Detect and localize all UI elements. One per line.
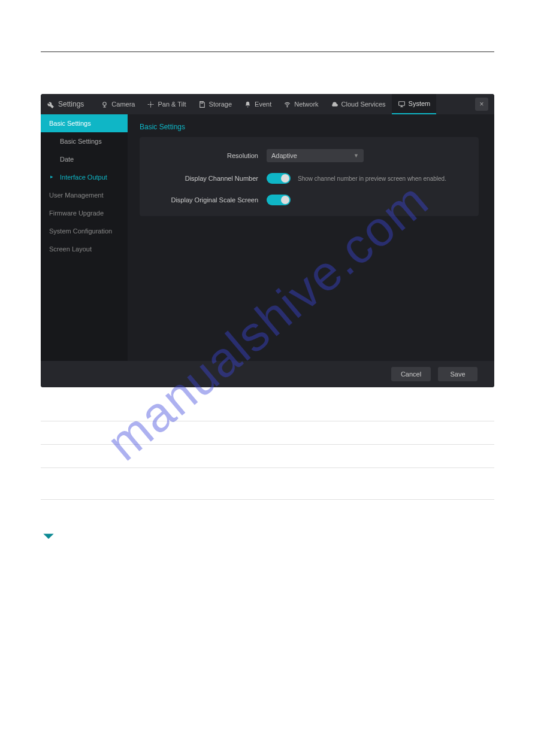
parameter-table-wrap: parameter Description Resolution The VGA… [41, 400, 494, 500]
bell-icon [244, 101, 252, 108]
table-row: Display Original Scale Screen live view … [41, 468, 494, 500]
resolution-select[interactable]: Adaptive ▼ [267, 149, 364, 162]
sidebar-head-basic[interactable]: Basic Settings [41, 114, 128, 132]
storage-icon [198, 101, 206, 108]
sidebar-item-firmware[interactable]: Firmware Upgrade [41, 204, 128, 222]
sidebar-sub-date[interactable]: Date [41, 150, 128, 168]
section-title: User Management [62, 530, 155, 543]
row-resolution: Resolution Adaptive ▼ [154, 149, 464, 162]
row-display-channel: Display Channel Number Show channel numb… [154, 173, 464, 184]
tab-pan-tilt[interactable]: Pan & Tilt [141, 94, 192, 114]
label-doss: Display Original Scale Screen [154, 196, 267, 204]
cell-desc: the channel number will appear on the li… [155, 445, 494, 468]
svg-rect-2 [201, 101, 202, 103]
resolution-value: Adaptive [271, 152, 297, 159]
tab-storage[interactable]: Storage [192, 94, 238, 114]
section-description: Administrator can change its password, a… [41, 552, 494, 576]
close-icon: × [479, 100, 483, 108]
th-description: Description [155, 400, 494, 421]
close-button[interactable]: × [475, 98, 488, 111]
tabs: Camera Pan & Tilt Storage Event Network [95, 94, 436, 114]
dcn-hint: Show channel number in preview screen wh… [298, 175, 446, 182]
chevron-down-icon: ▼ [353, 153, 359, 159]
window-footer: Cancel Save [41, 361, 494, 387]
save-button[interactable]: Save [438, 367, 477, 381]
topbar-title-group: Settings [47, 100, 84, 108]
table-row: Resolution The VGA / HDMI monitor resolu… [41, 421, 494, 445]
tab-event[interactable]: Event [238, 94, 277, 114]
wifi-icon [283, 101, 291, 108]
label-dcn: Display Channel Number [154, 175, 267, 182]
sidebar-item-layout[interactable]: Screen Layout [41, 240, 128, 258]
svg-point-1 [150, 104, 152, 105]
tab-label: Event [255, 101, 271, 108]
tab-label: Camera [111, 101, 135, 108]
window-body: Basic Settings Basic Settings Date Inter… [41, 114, 494, 361]
sidebar-sub-basic[interactable]: Basic Settings [41, 132, 128, 150]
toggle-original-scale[interactable] [267, 195, 291, 205]
pantilt-icon [147, 101, 155, 108]
sidebar-item-user[interactable]: User Management [41, 186, 128, 204]
svg-point-3 [287, 106, 288, 107]
th-parameter: parameter [41, 400, 155, 421]
tab-network[interactable]: Network [277, 94, 324, 114]
sidebar-item-sysconfig[interactable]: System Configuration [41, 222, 128, 240]
cell-param: Display Channel Number [41, 445, 155, 468]
toggle-knob [281, 196, 289, 204]
topbar: Settings Camera Pan & Tilt Storage Even [41, 94, 494, 114]
label-resolution: Resolution [154, 152, 267, 159]
table-row: Display Channel Number the channel numbe… [41, 445, 494, 468]
tab-label: Pan & Tilt [158, 101, 186, 108]
tab-label: System [409, 100, 431, 107]
chevron-down-icon [41, 529, 56, 544]
toggle-knob [281, 174, 289, 183]
cell-desc: The VGA / HDMI monitor resolution, you c… [155, 421, 494, 445]
cell-param: Resolution [41, 421, 155, 445]
settings-panel: Resolution Adaptive ▼ Display Channel Nu… [140, 137, 479, 216]
sidebar: Basic Settings Basic Settings Date Inter… [41, 114, 128, 361]
settings-window: Settings Camera Pan & Tilt Storage Even [41, 94, 494, 387]
cell-param: Display Original Scale Screen [41, 468, 155, 500]
system-icon [398, 100, 406, 108]
svg-point-0 [103, 102, 106, 105]
camera-icon [101, 101, 108, 108]
divider-top [41, 51, 494, 52]
tab-label: Storage [209, 101, 232, 108]
tab-system[interactable]: System [392, 94, 437, 114]
tab-label: Cloud Services [341, 101, 386, 108]
main-area: Basic Settings Resolution Adaptive ▼ Dis… [128, 114, 494, 361]
panel-title: Basic Settings [140, 123, 479, 131]
tab-label: Network [294, 101, 318, 108]
tab-cloud[interactable]: Cloud Services [325, 94, 392, 114]
row-original-scale: Display Original Scale Screen [154, 195, 464, 205]
svg-rect-4 [398, 101, 404, 105]
cell-desc: live view image would be in its original… [155, 468, 494, 500]
cancel-button[interactable]: Cancel [391, 367, 431, 381]
wrench-icon [47, 101, 55, 108]
toggle-display-channel[interactable] [267, 173, 291, 184]
cloud-icon [331, 101, 338, 108]
tab-camera[interactable]: Camera [95, 94, 141, 114]
section-head: User Management [41, 529, 494, 544]
parameter-table: parameter Description Resolution The VGA… [41, 400, 494, 500]
sidebar-sub-interface[interactable]: Interface Output [41, 168, 128, 186]
topbar-title: Settings [58, 100, 84, 108]
